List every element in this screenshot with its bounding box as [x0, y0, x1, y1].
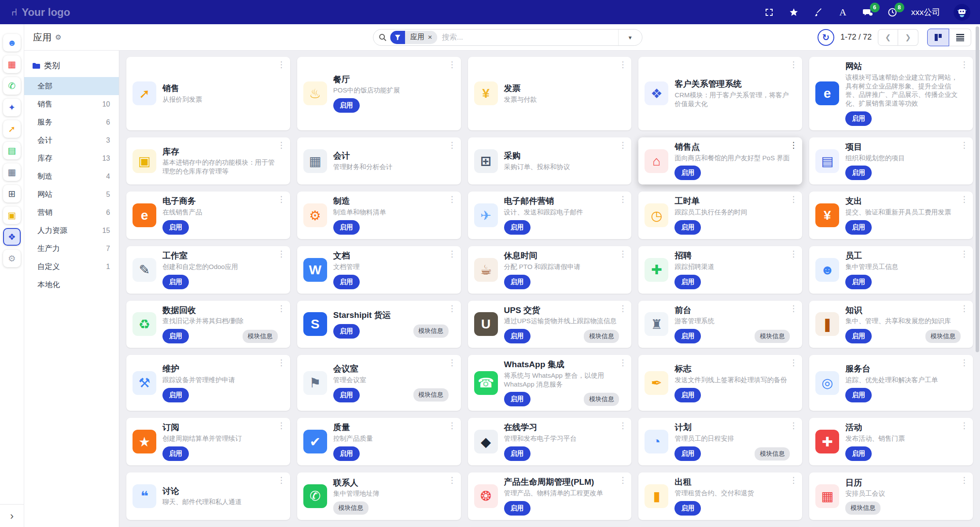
app-card[interactable]: ⋮♨餐厅POS中的饭店功能扩展启用	[297, 57, 461, 130]
enable-button[interactable]: 启用	[845, 446, 872, 461]
user-avatar[interactable]	[954, 4, 970, 21]
kebab-menu-icon[interactable]: ⋮	[277, 141, 286, 149]
enable-button[interactable]: 启用	[845, 220, 872, 235]
app-card[interactable]: ⋮◷工时单跟踪员工执行任务的时间启用	[638, 192, 802, 239]
kebab-menu-icon[interactable]: ⋮	[789, 358, 798, 367]
enable-button[interactable]: 启用	[504, 501, 531, 516]
page-scrollbar[interactable]	[976, 26, 979, 524]
enable-button[interactable]: 启用	[333, 446, 360, 461]
app-card[interactable]: ⋮▣库存基本进销存中的存的功能模块：用于管理您的仓库库存管理等	[126, 137, 290, 185]
app-card[interactable]: ⋮✚活动发布活动、销售门票启用	[809, 418, 973, 465]
search-dropdown-caret[interactable]: ▾	[618, 29, 642, 45]
rail-calendar-icon[interactable]: ▦	[3, 55, 21, 73]
kebab-menu-icon[interactable]: ⋮	[448, 304, 457, 313]
app-card[interactable]: ⋮⚒维护跟踪设备并管理维护申请启用	[126, 355, 290, 411]
kebab-menu-icon[interactable]: ⋮	[789, 195, 798, 203]
app-card[interactable]: ⋮▮出租管理租赁合约、交付和退货启用	[638, 472, 802, 520]
app-card[interactable]: ⋮◆在线学习管理和发布电子学习平台启用	[468, 418, 632, 465]
enable-button[interactable]: 启用	[162, 388, 189, 402]
kebab-menu-icon[interactable]: ⋮	[448, 250, 457, 258]
app-card[interactable]: ⋮✈电子邮件营销设计、发送和跟踪电子邮件启用	[468, 192, 632, 239]
enable-button[interactable]: 启用	[333, 220, 360, 235]
app-logo[interactable]: ⑁ Your logo	[11, 6, 70, 18]
enable-button[interactable]: 启用	[162, 220, 189, 235]
fullscreen-icon[interactable]	[763, 7, 775, 18]
brush-icon[interactable]	[813, 7, 824, 18]
kebab-menu-icon[interactable]: ⋮	[789, 141, 798, 149]
category-item[interactable]: 销售10	[24, 95, 119, 113]
rail-contacts-icon[interactable]: ✆	[3, 77, 21, 95]
kebab-menu-icon[interactable]: ⋮	[960, 304, 969, 313]
kebab-menu-icon[interactable]: ⋮	[619, 141, 627, 149]
pager-prev-button[interactable]: ❮	[878, 29, 898, 46]
kebab-menu-icon[interactable]: ⋮	[277, 250, 286, 258]
module-info-badge[interactable]: 模块信息	[755, 447, 790, 461]
enable-button[interactable]: 启用	[845, 111, 872, 126]
module-info-badge[interactable]: 模块信息	[845, 501, 881, 515]
activity-clock-icon[interactable]: 8	[887, 7, 898, 18]
app-card[interactable]: ⋮✔质量控制产品质量启用	[297, 418, 461, 465]
enable-button[interactable]: 启用	[333, 98, 360, 113]
kebab-menu-icon[interactable]: ⋮	[960, 358, 969, 367]
module-info-badge[interactable]: 模块信息	[755, 330, 790, 343]
category-item[interactable]: 网站5	[24, 185, 119, 203]
company-name[interactable]: xxx公司	[911, 7, 941, 18]
module-info-badge[interactable]: 模块信息	[333, 501, 368, 515]
kebab-menu-icon[interactable]: ⋮	[960, 195, 969, 203]
kebab-menu-icon[interactable]: ⋮	[960, 476, 969, 484]
kebab-menu-icon[interactable]: ⋮	[619, 476, 627, 484]
search-input[interactable]	[442, 33, 618, 42]
app-card[interactable]: ⋮e电子商务在线销售产品启用	[126, 192, 290, 239]
kebab-menu-icon[interactable]: ⋮	[789, 60, 798, 69]
app-card[interactable]: ⋮☎WhatsApp 集成将系统与 WhatsApp 整合，以使用 WhatsA…	[468, 355, 632, 411]
kebab-menu-icon[interactable]: ⋮	[448, 476, 457, 484]
module-info-badge[interactable]: 模块信息	[243, 330, 278, 343]
category-item[interactable]: 营销6	[24, 203, 119, 221]
enable-button[interactable]: 启用	[674, 501, 701, 516]
kebab-menu-icon[interactable]: ⋮	[277, 60, 286, 69]
kebab-menu-icon[interactable]: ⋮	[960, 60, 969, 69]
rail-settings-icon[interactable]: ⚙	[3, 250, 21, 267]
app-card[interactable]: ⋮⌂销售点面向商店和餐馆的用户友好型 PoS 界面启用	[638, 137, 802, 185]
rail-discuss-icon[interactable]: ☻	[3, 34, 21, 52]
rail-apps-icon[interactable]: ❖	[3, 228, 21, 246]
rail-cart-icon[interactable]: ⊞	[3, 185, 21, 203]
enable-button[interactable]: 启用	[674, 275, 701, 289]
enable-button[interactable]: 启用	[162, 275, 189, 289]
app-card[interactable]: ⋮♜前台游客管理系统启用模块信息	[638, 301, 802, 348]
app-card[interactable]: ⋮★订阅创建周期结算单并管理续订启用	[126, 418, 290, 465]
list-view-button[interactable]	[949, 29, 971, 46]
app-card[interactable]: ⋮⚑会议室管理会议室启用模块信息	[297, 355, 461, 411]
star-icon[interactable]	[788, 7, 799, 18]
kebab-menu-icon[interactable]: ⋮	[277, 476, 286, 484]
app-card[interactable]: ⋮➚销售从报价到发票	[126, 57, 290, 130]
app-card[interactable]: ⋮⊞采购采购订单、投标和协议	[468, 137, 632, 185]
app-card[interactable]: ⋮❖客户关系管理系统CRM模块：用于客户关系管理，将客户价值最大化	[638, 57, 802, 130]
rail-inventory-icon[interactable]: ▣	[3, 206, 21, 224]
kebab-menu-icon[interactable]: ⋮	[789, 476, 798, 484]
rail-dashboard-icon[interactable]: ➚	[3, 120, 21, 138]
kebab-menu-icon[interactable]: ⋮	[960, 250, 969, 258]
enable-button[interactable]: 启用	[162, 329, 189, 343]
category-item[interactable]: 制造4	[24, 167, 119, 185]
enable-button[interactable]: 启用	[674, 329, 701, 343]
enable-button[interactable]: 启用	[845, 388, 872, 402]
app-card[interactable]: ⋮▦会计管理财务和分析会计	[297, 137, 461, 185]
app-card[interactable]: ⋮W文档文档管理启用	[297, 246, 461, 294]
module-info-badge[interactable]: 模块信息	[584, 330, 619, 343]
rail-calculator-icon[interactable]: ▦	[3, 163, 21, 181]
app-card[interactable]: ⋮¥支出提交、验证和重新开具员工费用发票启用	[809, 192, 973, 239]
app-card[interactable]: ⋮e网站该模块可迅速帮助企业建立官方网站，具有树立企业品牌形象、提升企业信誉、品…	[809, 57, 973, 130]
app-card[interactable]: ⋮◎服务台追踪、优先处理和解决客户工单启用	[809, 355, 973, 411]
kebab-menu-icon[interactable]: ⋮	[619, 60, 627, 69]
collapse-rail-button[interactable]: ›	[0, 504, 24, 527]
app-card[interactable]: ⋮✚招聘跟踪招聘渠道启用	[638, 246, 802, 294]
kebab-menu-icon[interactable]: ⋮	[960, 421, 969, 430]
app-card[interactable]: ⋮▦日历安排员工会议模块信息	[809, 472, 973, 520]
refresh-button[interactable]: ↻	[818, 29, 834, 46]
category-item[interactable]: 自定义1	[24, 258, 119, 276]
app-card[interactable]: ⋮▤项目组织和规划您的项目启用	[809, 137, 973, 185]
kebab-menu-icon[interactable]: ⋮	[448, 141, 457, 149]
enable-button[interactable]: 启用	[674, 166, 701, 180]
enable-button[interactable]: 启用	[674, 388, 701, 402]
